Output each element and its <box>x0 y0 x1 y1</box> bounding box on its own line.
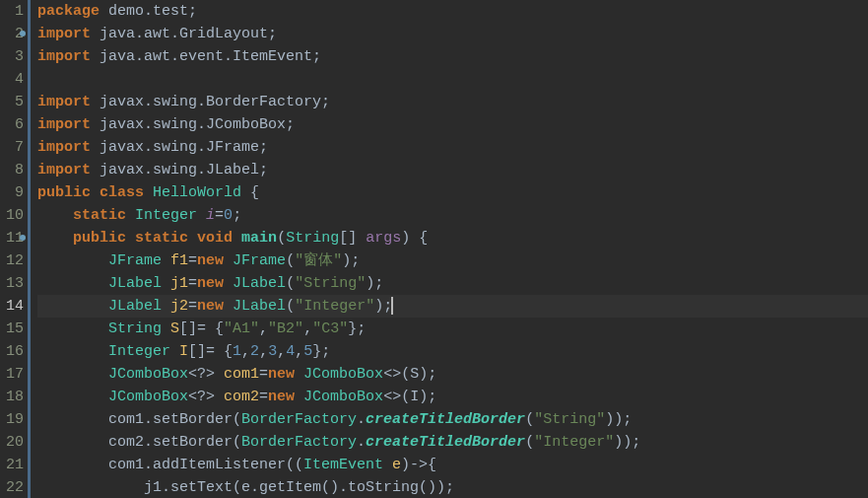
line-number: 8 <box>0 159 24 181</box>
code-line[interactable]: package demo.test; <box>37 0 868 23</box>
line-number-gutter: 1 2 3 4 5 6 7 8 9 10 11 12 13 14 15 16 1… <box>0 0 28 498</box>
code-editor[interactable]: package demo.test; import java.awt.GridL… <box>28 0 868 498</box>
code-line[interactable]: JLabel j1=new JLabel("String"); <box>37 272 868 295</box>
code-line[interactable]: import java.awt.event.ItemEvent; <box>37 45 868 68</box>
code-line[interactable]: JComboBox<?> com1=new JComboBox<>(S); <box>37 363 868 386</box>
line-number: 1 <box>0 0 24 23</box>
fold-marker-icon[interactable] <box>20 235 26 241</box>
line-number: 12 <box>0 249 24 272</box>
code-line[interactable]: Integer I[]= {1,2,3,4,5}; <box>37 340 868 363</box>
fold-marker-icon[interactable] <box>20 31 26 36</box>
code-line[interactable]: com1.addItemListener((ItemEvent e)->{ <box>37 454 868 476</box>
code-line[interactable]: public static void main(String[] args) { <box>37 227 868 249</box>
line-number: 2 <box>0 23 24 45</box>
code-line[interactable]: import javax.swing.JComboBox; <box>37 113 868 136</box>
line-number: 13 <box>0 272 24 295</box>
line-number: 17 <box>0 363 24 386</box>
line-number: 3 <box>0 45 24 68</box>
line-number: 15 <box>0 318 24 340</box>
line-number: 18 <box>0 386 24 408</box>
line-number: 9 <box>0 181 24 204</box>
line-number: 19 <box>0 408 24 431</box>
code-line[interactable]: com1.setBorder(BorderFactory.createTitle… <box>37 408 868 431</box>
line-number: 4 <box>0 68 24 91</box>
line-number: 5 <box>0 91 24 113</box>
code-line[interactable]: import javax.swing.JFrame; <box>37 136 868 159</box>
code-line[interactable]: import java.awt.GridLayout; <box>37 23 868 45</box>
code-line[interactable]: com2.setBorder(BorderFactory.createTitle… <box>37 431 868 454</box>
line-number: 11 <box>0 227 24 249</box>
line-number: 14 <box>0 295 24 318</box>
code-line[interactable]: j1.setText(e.getItem().toString()); <box>37 476 868 498</box>
code-line[interactable]: JComboBox<?> com2=new JComboBox<>(I); <box>37 386 868 408</box>
line-number: 21 <box>0 454 24 476</box>
editor-border <box>28 0 31 498</box>
code-line-current[interactable]: JLabel j2=new JLabel("Integer"); <box>37 295 868 318</box>
code-line[interactable]: public class HelloWorld { <box>37 181 868 204</box>
code-line[interactable]: String S[]= {"A1","B2","C3"}; <box>37 318 868 340</box>
line-number: 22 <box>0 476 24 498</box>
line-number: 7 <box>0 136 24 159</box>
code-line[interactable] <box>37 68 868 91</box>
code-line[interactable]: JFrame f1=new JFrame("窗体"); <box>37 249 868 272</box>
line-number: 20 <box>0 431 24 454</box>
line-number: 10 <box>0 204 24 227</box>
code-line[interactable]: static Integer i=0; <box>37 204 868 227</box>
line-number: 6 <box>0 113 24 136</box>
code-line[interactable]: import javax.swing.BorderFactory; <box>37 91 868 113</box>
code-line[interactable]: import javax.swing.JLabel; <box>37 159 868 181</box>
line-number: 16 <box>0 340 24 363</box>
text-cursor <box>391 297 393 315</box>
